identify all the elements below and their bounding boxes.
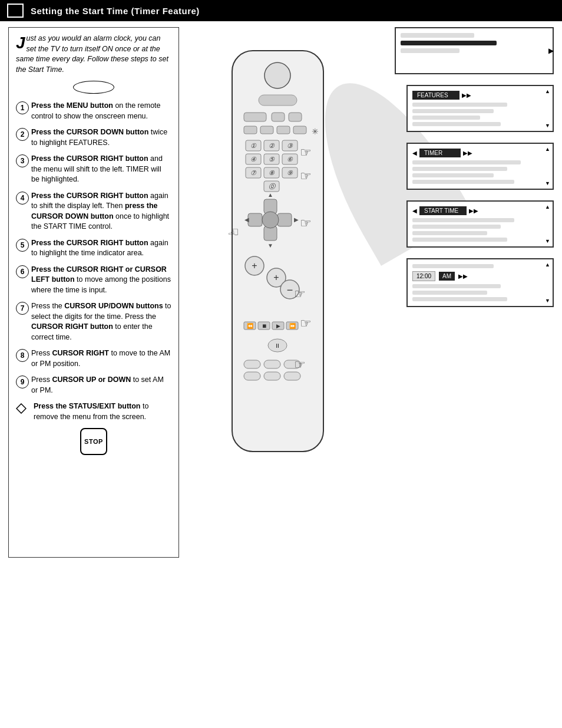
step-num-1: 1 [16,101,29,114]
svg-point-2 [265,62,290,88]
step-num-6: 6 [16,265,29,278]
svg-rect-57 [244,360,260,368]
remote-svg: ✳ ① ② ③ ④ ⑤ ⑥ ⑦ ⑧ ⑨ ⓪ [185,45,373,516]
step-num-9: 9 [16,375,29,388]
step-text-6: Press the CURSOR RIGHT or CURSOR LEFT bu… [31,265,171,296]
left-panel: J ust as you would an alarm clock, you c… [8,27,179,558]
step-6: 6 Press the CURSOR RIGHT or CURSOR LEFT … [16,265,171,296]
svg-rect-4 [244,113,266,121]
screen-mockups: ▶ FEATURES ▶▶ ▲ ▼ ◀ TIMER ▶ [389,27,554,318]
time-item-4 [412,297,507,301]
step-num-5: 5 [16,239,29,252]
screen-4: ◀ START TIME ▶▶ ▲ ▼ [406,200,554,248]
arrow-up-2: ▲ [545,88,550,94]
t-item-2 [412,167,507,171]
screen2-label-row: FEATURES ▶▶ [412,91,548,100]
menu-item-1 [401,33,474,38]
svg-text:☞: ☞ [227,225,239,239]
svg-text:☞: ☞ [300,145,312,160]
arrow-left-timer: ◀ [412,150,417,156]
arrow-up-3: ▲ [545,146,550,152]
page-header: Setting the Start Time (Timer Feature) [0,0,562,21]
svg-text:⏹: ⏹ [262,323,267,329]
t-item-1 [412,160,521,164]
svg-rect-9 [277,126,290,134]
svg-text:▼: ▼ [267,242,273,249]
svg-text:+: + [252,261,257,271]
svg-text:☞: ☞ [294,286,306,301]
step-num-2: 2 [16,128,29,141]
svg-text:◀: ◀ [244,216,249,223]
svg-text:⑧: ⑧ [269,169,275,176]
time-entry-row: 12:00 AM ▶▶ [412,271,548,281]
svg-text:☞: ☞ [294,357,306,372]
step-7: 7 Press the CURSOR UP/DOWN buttons to se… [16,301,171,342]
arrow-down-4: ▼ [545,238,550,244]
right-panel: ✳ ① ② ③ ④ ⑤ ⑥ ⑦ ⑧ ⑨ ⓪ [185,27,554,558]
step-text-2: Press the CURSOR DOWN button twice to hi… [31,127,171,148]
svg-rect-1 [232,51,323,452]
svg-text:☞: ☞ [300,169,312,183]
step-diamond: Press the STATUS/EXIT button to remove t… [16,401,171,422]
time-item-3 [412,291,487,295]
arrow-down-2: ▼ [545,123,550,129]
svg-text:+: + [273,272,279,282]
features-label: FEATURES [412,91,459,100]
step-3: 3 Press the CURSOR RIGHT button and the … [16,154,171,185]
svg-rect-62 [284,372,300,380]
svg-rect-34 [264,226,277,241]
arrow-down-5: ▼ [545,298,550,304]
step-num-7: 7 [16,302,29,315]
arrow-right-timer: ▶▶ [463,150,472,156]
svg-rect-5 [272,113,285,121]
arrow-left-st: ◀ [412,207,417,214]
corner-box [7,4,24,18]
screen-2: FEATURES ▶▶ ▲ ▼ [406,85,554,132]
svg-text:⓪: ⓪ [269,183,276,190]
step-9: 9 Press CURSOR UP or DOWN to set AM or P… [16,375,171,396]
page-title: Setting the Start Time (Timer Feature) [31,6,200,16]
arrow-up-5: ▲ [545,262,550,268]
svg-rect-7 [244,126,257,134]
svg-rect-38 [277,213,292,226]
step-text-5: Press the CURSOR RIGHT button again to h… [31,238,171,259]
f-item-4 [412,122,501,126]
svg-text:▶: ▶ [294,216,299,223]
svg-marker-0 [16,404,26,413]
screen3-label-row: ◀ TIMER ▶▶ [412,149,548,157]
menu-item-3 [401,48,459,53]
svg-text:⏸: ⏸ [275,342,280,349]
svg-text:②: ② [269,142,275,149]
screen-5: 12:00 AM ▶▶ ▲ ▼ [406,258,554,307]
step-text-7: Press the CURSOR UP/DOWN buttons to sele… [31,301,171,342]
svg-text:⑨: ⑨ [287,169,293,176]
svg-rect-32 [264,199,277,213]
drop-cap: J [16,35,25,51]
time-item-1 [412,264,494,268]
svg-rect-3 [259,95,297,106]
menu-item-highlighted [401,41,497,45]
arrow-right-time: ▶▶ [458,273,468,279]
svg-text:⑤: ⑤ [269,156,275,163]
step-4: 4 Press the CURSOR RIGHT button again to… [16,191,171,232]
svg-text:−: − [287,284,293,296]
st-item-3 [412,231,487,235]
svg-text:☞: ☞ [300,316,312,331]
st-item-4 [412,238,507,242]
step-text-3: Press the CURSOR RIGHT button and the me… [31,154,171,185]
intro-text: J ust as you would an alarm clock, you c… [16,34,171,75]
stop-badge: STOP [80,428,107,455]
step-5: 5 Press the CURSOR RIGHT button again to… [16,238,171,259]
t-item-4 [412,180,514,184]
svg-point-40 [262,212,279,228]
step-2: 2 Press the CURSOR DOWN button twice to … [16,127,171,148]
time-item-2 [412,284,501,288]
screen4-label-row: ◀ START TIME ▶▶ [412,206,548,215]
svg-text:▲: ▲ [267,192,273,198]
f-item-3 [412,116,480,120]
svg-text:⑥: ⑥ [287,156,293,163]
step-text-diamond: Press the STATUS/EXIT button to remove t… [34,401,171,422]
svg-text:①: ① [250,142,257,149]
remote-illustration: ✳ ① ② ③ ④ ⑤ ⑥ ⑦ ⑧ ⑨ ⓪ [185,45,379,505]
arrow-down-3: ▼ [545,180,550,186]
